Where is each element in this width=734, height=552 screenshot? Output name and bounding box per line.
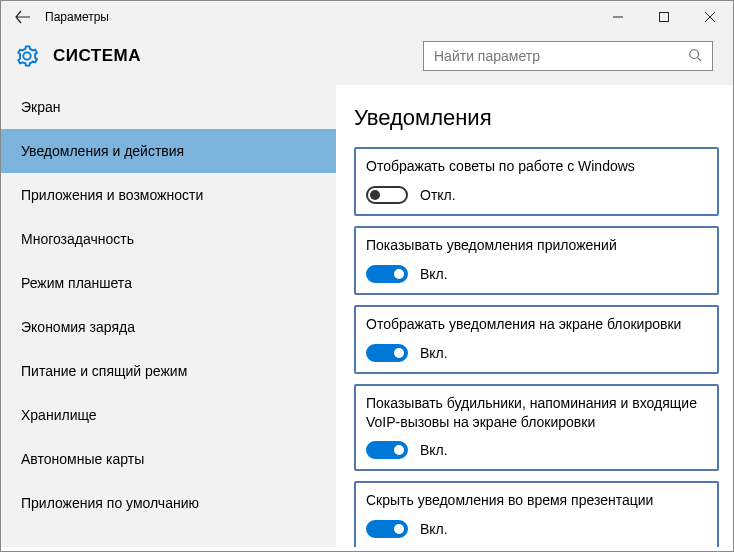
toggle-state-text: Вкл. xyxy=(420,521,448,537)
sidebar-item-power[interactable]: Питание и спящий режим xyxy=(1,349,336,393)
maximize-button[interactable] xyxy=(641,1,687,33)
sidebar-item-label: Режим планшета xyxy=(21,275,132,291)
sidebar-item-storage[interactable]: Хранилище xyxy=(1,393,336,437)
setting-presentation: Скрыть уведомления во время презентации … xyxy=(354,481,719,547)
toggle-row: Вкл. xyxy=(366,520,707,538)
sidebar-item-multitasking[interactable]: Многозадачность xyxy=(1,217,336,261)
toggle-state-text: Вкл. xyxy=(420,345,448,361)
window-title: Параметры xyxy=(45,10,595,24)
toggle-state-text: Откл. xyxy=(420,187,456,203)
sidebar-item-label: Экономия заряда xyxy=(21,319,135,335)
sidebar-item-label: Приложения по умолчанию xyxy=(21,495,199,511)
toggle-state-text: Вкл. xyxy=(420,266,448,282)
window-controls xyxy=(595,1,733,33)
toggle-state-text: Вкл. xyxy=(420,442,448,458)
setting-label: Показывать уведомления приложений xyxy=(366,236,707,255)
minimize-button[interactable] xyxy=(595,1,641,33)
content: Уведомления Отображать советы по работе … xyxy=(336,85,733,547)
svg-rect-1 xyxy=(660,13,669,22)
setting-label: Отображать советы по работе с Windows xyxy=(366,157,707,176)
toggle-switch[interactable] xyxy=(366,520,408,538)
setting-label: Показывать будильники, напоминания и вхо… xyxy=(366,394,707,432)
sidebar-item-label: Хранилище xyxy=(21,407,97,423)
setting-app-notifications: Показывать уведомления приложений Вкл. xyxy=(354,226,719,295)
svg-point-4 xyxy=(690,50,699,59)
toggle-row: Вкл. xyxy=(366,441,707,459)
toggle-switch[interactable] xyxy=(366,441,408,459)
sidebar-item-default-apps[interactable]: Приложения по умолчанию xyxy=(1,481,336,525)
toggle-row: Вкл. xyxy=(366,344,707,362)
toggle-switch[interactable] xyxy=(366,344,408,362)
toggle-switch[interactable] xyxy=(366,186,408,204)
setting-label: Скрыть уведомления во время презентации xyxy=(366,491,707,510)
toggle-row: Откл. xyxy=(366,186,707,204)
page-title: СИСТЕМА xyxy=(53,46,423,66)
titlebar: Параметры xyxy=(1,1,733,33)
svg-line-5 xyxy=(698,58,702,62)
search-input[interactable] xyxy=(434,48,688,64)
close-button[interactable] xyxy=(687,1,733,33)
toggle-row: Вкл. xyxy=(366,265,707,283)
sidebar-item-battery[interactable]: Экономия заряда xyxy=(1,305,336,349)
sidebar-item-apps[interactable]: Приложения и возможности xyxy=(1,173,336,217)
search-icon xyxy=(688,48,704,64)
setting-alarms-voip: Показывать будильники, напоминания и вхо… xyxy=(354,384,719,472)
sidebar-item-label: Уведомления и действия xyxy=(21,143,184,159)
back-button[interactable] xyxy=(9,1,37,33)
sidebar-item-tablet[interactable]: Режим планшета xyxy=(1,261,336,305)
sidebar: Экран Уведомления и действия Приложения … xyxy=(1,85,336,547)
sidebar-item-notifications[interactable]: Уведомления и действия xyxy=(1,129,336,173)
body: Экран Уведомления и действия Приложения … xyxy=(1,85,733,547)
setting-label: Отображать уведомления на экране блокиро… xyxy=(366,315,707,334)
content-heading: Уведомления xyxy=(354,105,719,131)
sidebar-item-label: Приложения и возможности xyxy=(21,187,203,203)
sidebar-item-screen[interactable]: Экран xyxy=(1,85,336,129)
sidebar-item-label: Автономные карты xyxy=(21,451,144,467)
sidebar-item-label: Экран xyxy=(21,99,61,115)
header: СИСТЕМА xyxy=(1,33,733,85)
toggle-switch[interactable] xyxy=(366,265,408,283)
sidebar-item-maps[interactable]: Автономные карты xyxy=(1,437,336,481)
sidebar-item-label: Питание и спящий режим xyxy=(21,363,187,379)
setting-tips: Отображать советы по работе с Windows От… xyxy=(354,147,719,216)
gear-icon xyxy=(15,44,39,68)
setting-lockscreen-notifications: Отображать уведомления на экране блокиро… xyxy=(354,305,719,374)
search-box[interactable] xyxy=(423,41,713,71)
sidebar-item-label: Многозадачность xyxy=(21,231,134,247)
